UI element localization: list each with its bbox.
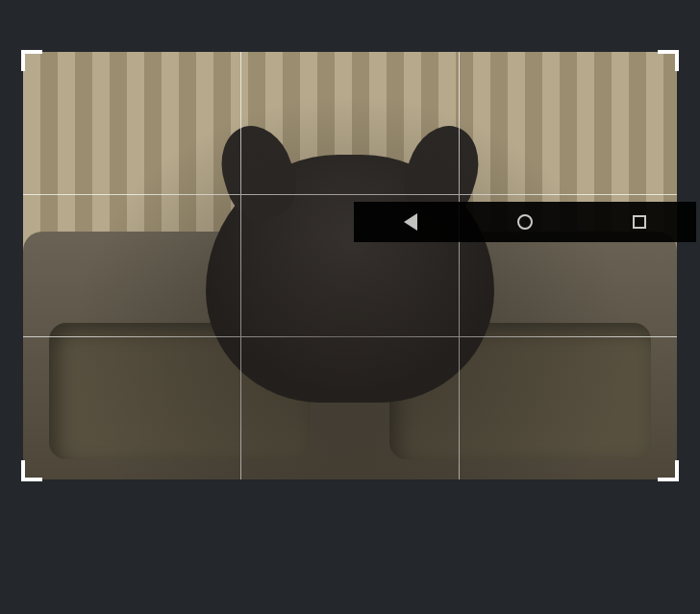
image-stage[interactable] (354, 4, 696, 610)
crop-handle-tr[interactable] (658, 50, 679, 71)
crop-handle-br[interactable] (658, 460, 679, 481)
crop-frame[interactable] (354, 52, 677, 479)
nav-recent-icon[interactable] (633, 215, 646, 229)
nav-home-icon[interactable] (517, 214, 533, 230)
android-navbar (354, 202, 696, 242)
phone-right: ASPECT RATIO ROTATE TRANSFORM Full Auto … (354, 4, 696, 610)
crop-grid (354, 52, 677, 479)
image-background (354, 232, 677, 479)
nav-back-icon[interactable] (404, 213, 417, 231)
image-subject (354, 155, 494, 403)
